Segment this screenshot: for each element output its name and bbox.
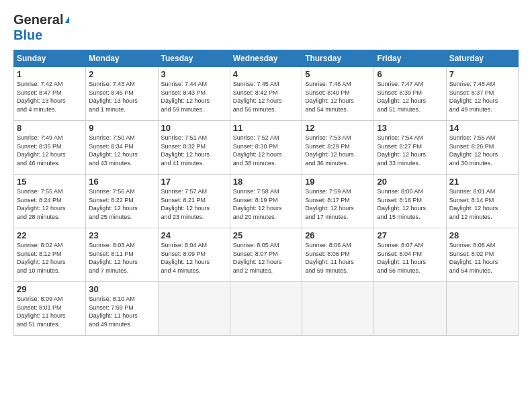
calendar-cell: 3Sunrise: 7:44 AMSunset: 8:43 PMDaylight… (158, 67, 230, 121)
daylight-text: Daylight: 12 hours (377, 150, 443, 159)
header-sunday: Sunday (14, 50, 86, 67)
sunset-text: Sunset: 8:32 PM (161, 142, 227, 151)
day-number: 14 (449, 123, 515, 133)
daylight-text: Daylight: 12 hours (377, 97, 443, 105)
sunrise-text: Sunrise: 7:46 AM (305, 80, 371, 89)
daylight-text: Daylight: 12 hours (17, 258, 83, 267)
daylight-text: Daylight: 13 hours (17, 97, 83, 105)
daylight-text: Daylight: 11 hours (305, 258, 371, 267)
sunrise-text: Sunrise: 8:00 AM (377, 187, 443, 196)
day-info: Sunrise: 8:04 AMSunset: 8:09 PMDaylight:… (161, 241, 227, 275)
sunset-text: Sunset: 8:19 PM (233, 196, 299, 205)
daylight-text: and 17 minutes. (305, 213, 371, 222)
sunrise-text: Sunrise: 8:08 AM (449, 241, 515, 250)
calendar-cell: 24Sunrise: 8:04 AMSunset: 8:09 PMDayligh… (158, 228, 230, 282)
daylight-text: Daylight: 12 hours (233, 150, 299, 159)
sunset-text: Sunset: 8:02 PM (449, 250, 515, 259)
calendar-week-2: 8Sunrise: 7:49 AMSunset: 8:35 PMDaylight… (14, 121, 519, 175)
daylight-text: and 49 minutes. (89, 320, 154, 329)
day-number: 2 (89, 69, 154, 79)
calendar-cell (446, 282, 518, 336)
daylight-text: Daylight: 12 hours (161, 97, 227, 105)
day-number: 22 (17, 230, 83, 240)
logo-blue: Blue (13, 28, 42, 43)
sunrise-text: Sunrise: 7:44 AM (161, 80, 227, 89)
day-info: Sunrise: 7:58 AMSunset: 8:19 PMDaylight:… (233, 187, 299, 221)
sunset-text: Sunset: 8:47 PM (17, 89, 83, 97)
sunrise-text: Sunrise: 7:55 AM (449, 134, 515, 142)
daylight-text: and 2 minutes. (233, 267, 299, 275)
calendar-cell (302, 282, 374, 336)
calendar-cell: 1Sunrise: 7:42 AMSunset: 8:47 PMDaylight… (14, 67, 86, 121)
sunset-text: Sunset: 8:07 PM (233, 250, 299, 259)
day-number: 16 (89, 177, 154, 187)
sunset-text: Sunset: 8:30 PM (233, 142, 299, 151)
sunrise-text: Sunrise: 8:09 AM (17, 295, 83, 304)
day-info: Sunrise: 8:00 AMSunset: 8:16 PMDaylight:… (377, 187, 443, 221)
sunrise-text: Sunrise: 8:06 AM (305, 241, 371, 250)
day-info: Sunrise: 8:06 AMSunset: 8:06 PMDaylight:… (305, 241, 371, 275)
calendar-cell: 26Sunrise: 8:06 AMSunset: 8:06 PMDayligh… (302, 228, 374, 282)
daylight-text: and 4 minutes. (161, 267, 227, 275)
day-number: 9 (89, 123, 154, 133)
header-tuesday: Tuesday (158, 50, 230, 67)
calendar-cell: 4Sunrise: 7:45 AMSunset: 8:42 PMDaylight… (230, 67, 302, 121)
sunrise-text: Sunrise: 7:53 AM (305, 134, 371, 142)
daylight-text: Daylight: 12 hours (17, 150, 83, 159)
day-number: 20 (377, 177, 443, 187)
calendar-cell: 17Sunrise: 7:57 AMSunset: 8:21 PMDayligh… (158, 175, 230, 228)
day-info: Sunrise: 7:49 AMSunset: 8:35 PMDaylight:… (17, 134, 83, 167)
calendar-cell: 9Sunrise: 7:50 AMSunset: 8:34 PMDaylight… (86, 121, 158, 175)
logo-arrow-icon (65, 16, 69, 23)
daylight-text: Daylight: 12 hours (233, 97, 299, 105)
daylight-text: and 28 minutes. (17, 213, 83, 222)
sunset-text: Sunset: 8:43 PM (161, 89, 227, 97)
sunrise-text: Sunrise: 8:02 AM (17, 241, 83, 250)
header-monday: Monday (86, 50, 158, 67)
calendar-cell: 15Sunrise: 7:55 AMSunset: 8:24 PMDayligh… (14, 175, 86, 228)
sunrise-text: Sunrise: 7:45 AM (233, 80, 299, 89)
sunset-text: Sunset: 8:22 PM (89, 196, 154, 205)
daylight-text: Daylight: 12 hours (377, 204, 443, 213)
day-info: Sunrise: 8:07 AMSunset: 8:04 PMDaylight:… (377, 241, 443, 275)
calendar-cell: 27Sunrise: 8:07 AMSunset: 8:04 PMDayligh… (374, 228, 446, 282)
day-number: 30 (89, 284, 154, 294)
calendar-cell: 18Sunrise: 7:58 AMSunset: 8:19 PMDayligh… (230, 175, 302, 228)
day-info: Sunrise: 7:46 AMSunset: 8:40 PMDaylight:… (305, 80, 371, 113)
sunset-text: Sunset: 8:40 PM (305, 89, 371, 97)
calendar-week-3: 15Sunrise: 7:55 AMSunset: 8:24 PMDayligh… (14, 175, 519, 228)
sunset-text: Sunset: 8:45 PM (89, 89, 154, 97)
day-number: 3 (161, 69, 227, 79)
daylight-text: Daylight: 12 hours (161, 150, 227, 159)
sunrise-text: Sunrise: 7:59 AM (305, 187, 371, 196)
calendar-week-5: 29Sunrise: 8:09 AMSunset: 8:01 PMDayligh… (14, 282, 519, 336)
sunset-text: Sunset: 8:06 PM (305, 250, 371, 259)
daylight-text: Daylight: 12 hours (161, 258, 227, 267)
header-saturday: Saturday (446, 50, 518, 67)
calendar-table: SundayMondayTuesdayWednesdayThursdayFrid… (13, 50, 519, 336)
day-info: Sunrise: 7:47 AMSunset: 8:39 PMDaylight:… (377, 80, 443, 113)
sunrise-text: Sunrise: 8:07 AM (377, 241, 443, 250)
daylight-text: Daylight: 12 hours (305, 97, 371, 105)
day-number: 15 (17, 177, 83, 187)
daylight-text: and 51 minutes. (17, 320, 83, 329)
day-number: 26 (305, 230, 371, 240)
day-number: 4 (233, 69, 299, 79)
sunrise-text: Sunrise: 7:50 AM (89, 134, 154, 142)
daylight-text: and 51 minutes. (377, 105, 443, 114)
day-info: Sunrise: 7:55 AMSunset: 8:26 PMDaylight:… (449, 134, 515, 167)
calendar-cell: 8Sunrise: 7:49 AMSunset: 8:35 PMDaylight… (14, 121, 86, 175)
day-number: 6 (377, 69, 443, 79)
calendar-cell: 21Sunrise: 8:01 AMSunset: 8:14 PMDayligh… (446, 175, 518, 228)
sunset-text: Sunset: 8:42 PM (233, 89, 299, 97)
daylight-text: and 38 minutes. (233, 159, 299, 168)
calendar-cell: 10Sunrise: 7:51 AMSunset: 8:32 PMDayligh… (158, 121, 230, 175)
daylight-text: and 59 minutes. (305, 267, 371, 275)
daylight-text: and 4 minutes. (17, 105, 83, 114)
day-number: 12 (305, 123, 371, 133)
sunset-text: Sunset: 8:34 PM (89, 142, 154, 151)
calendar-cell: 25Sunrise: 8:05 AMSunset: 8:07 PMDayligh… (230, 228, 302, 282)
day-number: 28 (449, 230, 515, 240)
daylight-text: Daylight: 12 hours (233, 204, 299, 213)
day-info: Sunrise: 7:53 AMSunset: 8:29 PMDaylight:… (305, 134, 371, 167)
